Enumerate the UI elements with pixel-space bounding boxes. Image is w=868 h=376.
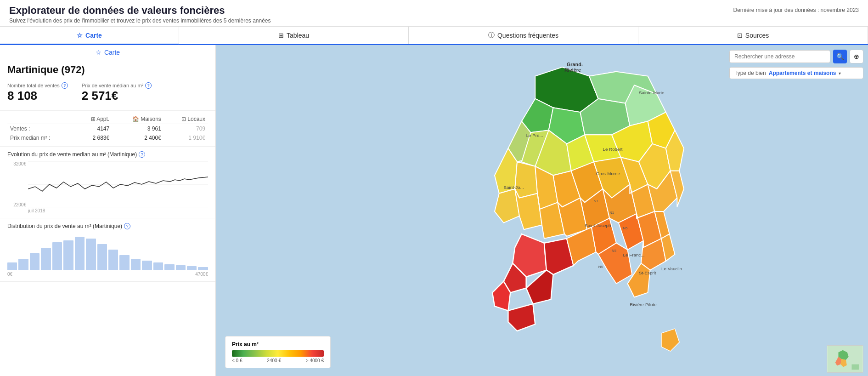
dropdown-arrow-icon: ▾ bbox=[839, 71, 841, 76]
search-button[interactable]: 🔍 bbox=[833, 50, 847, 63]
bar-chart-title: Distribution du prix de vente au m² (Mar… bbox=[7, 223, 208, 229]
tab-tableau[interactable]: ⊞ Tableau bbox=[179, 27, 409, 44]
legend-min-label: < 0 € bbox=[232, 358, 242, 363]
row-prix-appt: 2 683€ bbox=[76, 133, 112, 142]
bar-chart-section: Distribution du prix de vente au m² (Mar… bbox=[0, 218, 215, 282]
stats-row: Nombre total de ventes ? 8 108 Prix de v… bbox=[7, 82, 208, 103]
bar-7 bbox=[75, 237, 85, 270]
main-content: ☆ Carte Martinique (972) Nombre total de… bbox=[0, 45, 868, 376]
bar-15 bbox=[164, 264, 174, 270]
col-header-locaux: ⊡ Locaux bbox=[164, 114, 208, 124]
bar-chart bbox=[7, 233, 208, 270]
svg-text:N5: N5 bbox=[598, 264, 603, 268]
data-table: ⊞ Appt. 🏠 Maisons ⊡ Locaux Ventes : 4147 bbox=[7, 114, 208, 142]
prix-info-icon[interactable]: ? bbox=[145, 82, 152, 89]
svg-text:Gros-Morne: Gros-Morne bbox=[596, 171, 620, 176]
type-filter[interactable]: Type de bien Appartements et maisons ▾ bbox=[729, 67, 863, 79]
legend-max-label: > 4000 € bbox=[306, 358, 324, 363]
location-button[interactable]: ⊕ bbox=[850, 50, 863, 63]
svg-text:Le Franc...: Le Franc... bbox=[623, 252, 645, 257]
row-prix-label: Prix median m² : bbox=[7, 133, 76, 142]
line-chart-container: 3200€ 2200€ juil 2018 bbox=[7, 161, 208, 213]
last-update: Dernière mise à jour des données : novem… bbox=[733, 5, 859, 13]
table-row-ventes: Ventes : 4147 3 961 709 bbox=[7, 124, 208, 134]
bar-x-labels: 0€ 4700€ bbox=[7, 272, 208, 277]
bar-x-min: 0€ bbox=[7, 272, 12, 277]
table-row-prix: Prix median m² : 2 683€ 2 400€ 1 910€ bbox=[7, 133, 208, 142]
chart-area: juil 2018 bbox=[28, 161, 208, 213]
col-header-appt: ⊞ Appt. bbox=[76, 114, 112, 124]
row-ventes-maisons: 3 961 bbox=[112, 124, 164, 134]
sidebar: ☆ Carte Martinique (972) Nombre total de… bbox=[0, 45, 216, 376]
stat-prix-label: Prix de vente médian au m² ? bbox=[82, 82, 152, 89]
sidebar-carte-tab[interactable]: ☆ Carte bbox=[0, 45, 215, 60]
bar-13 bbox=[142, 261, 152, 270]
svg-text:Rivière-Pilote: Rivière-Pilote bbox=[630, 302, 657, 307]
martinique-map-svg: N1 N1 N5 N5 N5 Grand- Rivière Le Pré... … bbox=[463, 53, 688, 369]
map-controls: 🔍 ⊕ Type de bien Appartements et maisons… bbox=[729, 50, 863, 79]
svg-text:St-Esprit: St-Esprit bbox=[639, 270, 656, 275]
bar-chart-info-icon[interactable]: ? bbox=[124, 223, 130, 229]
line-chart-section: Evolution du prix de vente median au m² … bbox=[0, 147, 215, 218]
map-area[interactable]: N1 N1 N5 N5 N5 Grand- Rivière Le Pré... … bbox=[216, 45, 868, 376]
tab-carte-label: Carte bbox=[85, 32, 102, 39]
row-ventes-locaux: 709 bbox=[164, 124, 208, 134]
line-chart-info-icon[interactable]: ? bbox=[139, 151, 145, 158]
bar-x-max: 4700€ bbox=[195, 272, 208, 277]
bar-4 bbox=[41, 248, 51, 270]
ventes-info-icon[interactable]: ? bbox=[62, 82, 68, 89]
tab-sources-label: Sources bbox=[745, 32, 769, 39]
bar-2 bbox=[18, 259, 28, 270]
tab-tableau-label: Tableau bbox=[287, 32, 309, 39]
bar-14 bbox=[153, 262, 163, 270]
row-ventes-appt: 4147 bbox=[76, 124, 112, 134]
stat-ventes-label: Nombre total de ventes ? bbox=[7, 82, 68, 89]
header-left: Explorateur de données de valeurs fonciè… bbox=[9, 5, 271, 24]
type-filter-value: Appartements et maisons bbox=[769, 70, 836, 76]
tab-carte[interactable]: ☆ Carte bbox=[0, 27, 179, 45]
bar-16 bbox=[176, 265, 186, 270]
row-prix-maisons: 2 400€ bbox=[112, 133, 164, 142]
col-header-maisons: 🏠 Maisons bbox=[112, 114, 164, 124]
location-icon: ⊕ bbox=[854, 53, 859, 60]
tab-sources[interactable]: ⊡ Sources bbox=[638, 27, 868, 44]
tab-faq[interactable]: ⓘ Questions fréquentes bbox=[409, 27, 638, 44]
y-axis-labels: 3200€ 2200€ bbox=[7, 161, 28, 207]
bar-10 bbox=[108, 250, 118, 270]
table-section: ⊞ Appt. 🏠 Maisons ⊡ Locaux Ventes : 4147 bbox=[0, 111, 215, 147]
row-ventes-label: Ventes : bbox=[7, 124, 76, 134]
svg-text:Grand-: Grand- bbox=[567, 62, 583, 67]
row-prix-locaux: 1 910€ bbox=[164, 133, 208, 142]
legend-box: Prix au m² < 0 € 2400 € > 4000 € bbox=[225, 336, 331, 368]
svg-text:Saint-Joseph: Saint-Joseph bbox=[585, 223, 611, 228]
sidebar-carte-icon: ☆ bbox=[96, 49, 101, 56]
region-title: Martinique (972) bbox=[0, 60, 215, 78]
svg-text:N5: N5 bbox=[612, 249, 617, 253]
bar-11 bbox=[119, 255, 129, 270]
svg-rect-21 bbox=[852, 365, 859, 370]
mini-map[interactable] bbox=[827, 345, 863, 373]
page-subtitle: Suivez l'évolution des prix de l'immobil… bbox=[9, 17, 271, 24]
bar-9 bbox=[97, 244, 107, 270]
faq-icon: ⓘ bbox=[488, 31, 495, 40]
x-axis-start-label: juil 2018 bbox=[28, 208, 208, 213]
bar-1 bbox=[7, 262, 17, 270]
line-chart-title: Evolution du prix de vente median au m² … bbox=[7, 151, 208, 158]
svg-text:Sainte-Marie: Sainte-Marie bbox=[639, 90, 665, 95]
svg-text:N5: N5 bbox=[623, 226, 628, 230]
svg-text:N1: N1 bbox=[594, 199, 598, 203]
stat-ventes: Nombre total de ventes ? 8 108 bbox=[7, 82, 68, 103]
bar-18 bbox=[198, 267, 208, 270]
stat-ventes-value: 8 108 bbox=[7, 89, 68, 103]
sources-icon: ⊡ bbox=[737, 32, 743, 39]
search-icon: 🔍 bbox=[836, 53, 844, 60]
bar-5 bbox=[52, 242, 62, 270]
stat-prix: Prix de vente médian au m² ? 2 571€ bbox=[82, 82, 152, 103]
type-filter-label: Type de bien bbox=[734, 70, 766, 76]
col-header-label bbox=[7, 114, 76, 124]
search-row: 🔍 ⊕ bbox=[729, 50, 863, 63]
svg-text:Saint-Jo...: Saint-Jo... bbox=[504, 184, 524, 189]
legend-gradient bbox=[232, 350, 324, 357]
search-input[interactable] bbox=[729, 50, 830, 63]
bar-17 bbox=[187, 266, 197, 270]
